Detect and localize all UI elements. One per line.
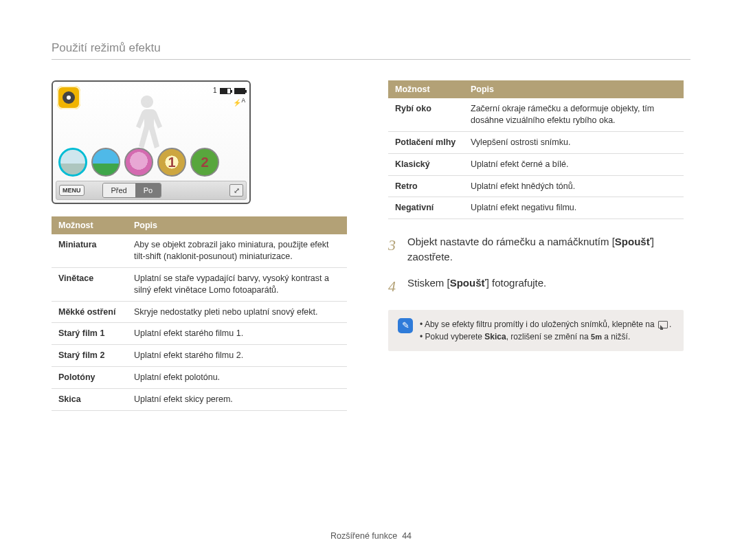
thumb-number: 2 xyxy=(192,149,218,175)
expand-icon[interactable]: ⤢ xyxy=(229,184,243,197)
table-row: RetroUplatní efekt hnědých tónů. xyxy=(388,175,684,197)
battery-icon xyxy=(220,88,231,94)
status-indicators: 1 ⚡A xyxy=(213,86,245,108)
opt-desc: Skryje nedostatky pleti nebo uplatní sno… xyxy=(127,301,347,323)
opt-name: Rybí oko xyxy=(388,98,464,131)
battery-icon-2 xyxy=(234,88,245,94)
note-box: ✎ Aby se efekty filtru promítly i do ulo… xyxy=(388,310,684,351)
camera-screen-preview: 1 ⚡A 1 2 MENU Před xyxy=(52,80,251,204)
flash-auto-label: A xyxy=(241,97,245,104)
effect-thumb-4[interactable]: 1 xyxy=(157,148,186,177)
opt-name: Klasický xyxy=(388,153,464,175)
effect-thumb-2[interactable] xyxy=(91,148,120,177)
page-footer: Rozšířené funkce 44 xyxy=(0,531,742,541)
table-row: Starý film 2Uplatní efekt starého filmu … xyxy=(52,345,347,367)
note-item: Pokud vyberete Skica, rozlišení se změní… xyxy=(420,331,671,343)
effect-thumb-1[interactable] xyxy=(58,148,87,177)
th-option: Možnost xyxy=(388,80,464,98)
step-number: 4 xyxy=(388,276,399,298)
shot-count: 1 xyxy=(213,87,217,94)
opt-name: Negativní xyxy=(388,197,464,219)
opt-desc: Uplatní efekt skicy perem. xyxy=(127,389,347,411)
opt-desc: Uplatní efekt hnědých tónů. xyxy=(464,175,684,197)
opt-name: Skica xyxy=(52,389,127,411)
effect-thumb-3[interactable] xyxy=(124,148,153,177)
note-item: Aby se efekty filtru promítly i do ulože… xyxy=(420,318,671,331)
opt-desc: Uplatní efekt starého filmu 1. xyxy=(127,323,347,345)
th-description: Popis xyxy=(127,216,347,234)
options-table-left: Možnost Popis MiniaturaAby se objekt zob… xyxy=(52,216,347,411)
th-option: Možnost xyxy=(52,216,127,234)
page-title: Použití režimů efektu xyxy=(52,41,690,60)
resolution-5m-icon: 5m xyxy=(591,333,602,341)
before-after-toggle[interactable]: Před Po xyxy=(102,183,162,198)
opt-name: Měkké ostření xyxy=(52,301,127,323)
table-row: Měkké ostřeníSkryje nedostatky pleti neb… xyxy=(52,301,347,323)
effect-thumb-5[interactable]: 2 xyxy=(190,148,219,177)
effect-thumbnails: 1 2 xyxy=(58,148,219,177)
left-column: 1 ⚡A 1 2 MENU Před xyxy=(52,80,347,411)
content-columns: 1 ⚡A 1 2 MENU Před xyxy=(52,80,690,411)
opt-desc: Uplatní efekt negativu filmu. xyxy=(464,197,684,219)
opt-name: Miniatura xyxy=(52,234,127,267)
step-number: 3 xyxy=(388,234,399,265)
note-list: Aby se efekty filtru promítly i do ulože… xyxy=(420,318,671,343)
options-table-right: Možnost Popis Rybí okoZačerní okraje rám… xyxy=(388,80,684,219)
opt-name: Starý film 1 xyxy=(52,323,127,345)
opt-name: Vinětace xyxy=(52,267,127,301)
thumb-number: 1 xyxy=(159,149,185,175)
after-tab[interactable]: Po xyxy=(135,183,161,197)
screen-bottom-bar: MENU Před Po ⤢ xyxy=(56,181,247,200)
opt-name: Polotóny xyxy=(52,367,127,389)
opt-desc: Uplatní efekt polotónu. xyxy=(127,367,347,389)
opt-desc: Aby se objekt zobrazil jako miniatura, p… xyxy=(127,234,347,267)
step-3: 3 Objekt nastavte do rámečku a namáčknut… xyxy=(388,234,684,265)
table-row: Potlačení mlhyVylepšení ostrosti snímku. xyxy=(388,131,684,153)
table-row: Starý film 1Uplatní efekt starého filmu … xyxy=(52,323,347,345)
apply-filter-icon xyxy=(658,321,668,328)
opt-name: Potlačení mlhy xyxy=(388,131,464,153)
opt-desc: Uplatní se staře vypadající barvy, vysok… xyxy=(127,267,347,301)
mode-dial-icon xyxy=(57,86,80,109)
table-row: Rybí okoZačerní okraje rámečku a deformu… xyxy=(388,98,684,131)
opt-name: Starý film 2 xyxy=(52,345,127,367)
table-row: VinětaceUplatní se staře vypadající barv… xyxy=(52,267,347,301)
opt-desc: Uplatní efekt starého filmu 2. xyxy=(127,345,347,367)
table-row: MiniaturaAby se objekt zobrazil jako min… xyxy=(52,234,347,267)
table-row: SkicaUplatní efekt skicy perem. xyxy=(52,389,347,411)
opt-desc: Vylepšení ostrosti snímku. xyxy=(464,131,684,153)
opt-desc: Uplatní efekt černé a bílé. xyxy=(464,153,684,175)
step-text: Objekt nastavte do rámečku a namáčknutím… xyxy=(407,234,684,265)
opt-desc: Začerní okraje rámečku a deformuje objek… xyxy=(464,98,684,131)
menu-button[interactable]: MENU xyxy=(59,185,85,196)
table-row: KlasickýUplatní efekt černé a bílé. xyxy=(388,153,684,175)
info-icon: ✎ xyxy=(398,318,413,333)
table-row: PolotónyUplatní efekt polotónu. xyxy=(52,367,347,389)
before-tab[interactable]: Před xyxy=(103,183,135,197)
step-4: 4 Stiskem [Spoušť] fotografujte. xyxy=(388,276,684,298)
table-row: NegativníUplatní efekt negativu filmu. xyxy=(388,197,684,219)
th-description: Popis xyxy=(464,80,684,98)
step-text: Stiskem [Spoušť] fotografujte. xyxy=(407,276,546,298)
right-column: Možnost Popis Rybí okoZačerní okraje rám… xyxy=(388,80,684,411)
opt-name: Retro xyxy=(388,175,464,197)
